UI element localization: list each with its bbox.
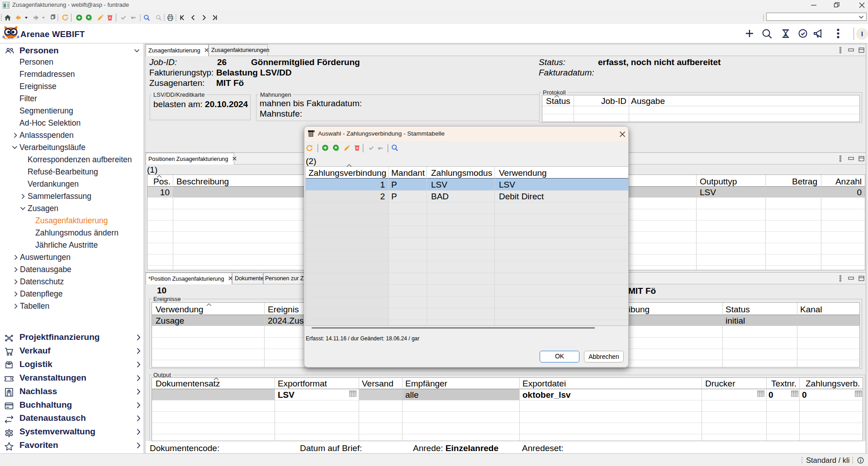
svg-text:I: I	[861, 30, 863, 38]
